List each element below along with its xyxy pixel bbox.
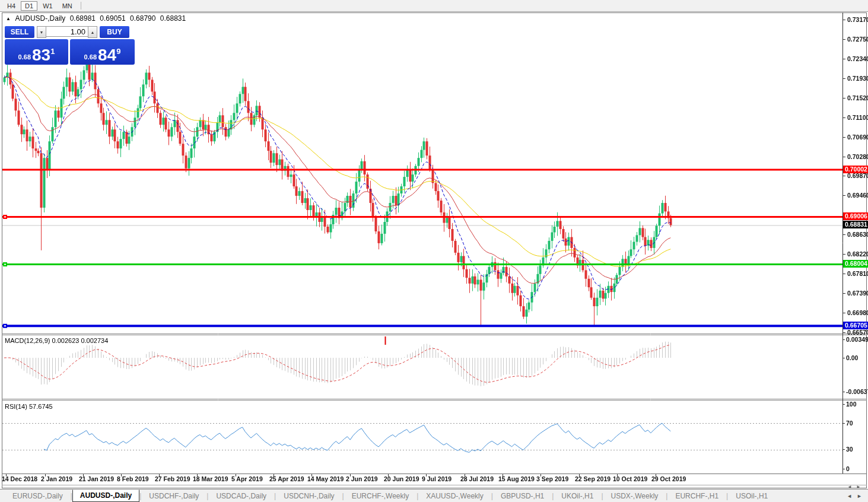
date-axis-label: 27 Feb 2019 <box>155 475 190 482</box>
price-axis-label: 0.67390 <box>847 290 868 297</box>
chart-tab-eurusd-daily[interactable]: EURUSD-,Daily <box>5 491 71 501</box>
sell-price-prefix: 0.68 <box>18 53 31 61</box>
price-axis-label: 0.71930 <box>847 75 868 82</box>
spin-down-icon: ▼ <box>40 30 44 34</box>
chart-tab-eurchf-weekly[interactable]: EURCHF-,Weekly <box>344 491 416 501</box>
rsi-axis-label: 100 <box>846 401 857 408</box>
price-axis-badge: 0.66705 <box>843 322 868 329</box>
timeframe-buttons: H4D1W1MN <box>2 1 77 11</box>
date-axis-label: 8 Feb 2019 <box>117 475 149 482</box>
tabs-scroll-left-icon[interactable]: ◄ <box>847 493 852 499</box>
chart-tab-ukoil-h1[interactable]: UKOil-,H1 <box>554 491 601 501</box>
macd-label: MACD(12,26,9) 0.002623 0.002734 <box>5 337 108 344</box>
volume-input[interactable] <box>46 26 88 37</box>
price-axis-label: 0.68220 <box>847 250 868 258</box>
rsi-axis-label: 0 <box>846 465 850 472</box>
timeframe-button-w1[interactable]: W1 <box>39 1 57 11</box>
sell-price-big: 83 <box>32 47 50 63</box>
price-axis-label: 0.70690 <box>847 134 868 141</box>
macd-signal-value: 0.002734 <box>81 337 108 344</box>
date-axis: 14 Dec 20182 Jan 201921 Jan 20198 Feb 20… <box>0 475 842 485</box>
quote-open: 0.68981 <box>70 14 96 23</box>
date-axis-label: 28 Jul 2019 <box>460 475 494 482</box>
symbol-period-label: AUDUSD-,Daily <box>15 14 66 23</box>
rsi-name: RSI(14) <box>5 403 27 410</box>
macd-main-value: 0.002623 <box>52 337 79 344</box>
timeframe-button-h4[interactable]: H4 <box>3 1 20 11</box>
buy-price-prefix: 0.68 <box>84 53 97 61</box>
date-axis-label: 14 May 2019 <box>307 475 344 482</box>
volume-decrease-button[interactable]: ▼ <box>37 26 46 38</box>
chart-tab-xauusd-weekly[interactable]: XAUUSD-,Weekly <box>418 491 491 501</box>
buy-price-panel[interactable]: 0.68 84 9 <box>70 39 135 65</box>
price-axis-label: 0.73170 <box>847 16 868 23</box>
date-axis-label: 2 Jan 2019 <box>41 475 72 482</box>
chart-tab-usdcnh-daily[interactable]: USDCNH-,Daily <box>276 491 342 501</box>
buy-price-pip: 9 <box>116 47 120 56</box>
chart-tab-audusd-daily[interactable]: AUDUSD-,Daily <box>72 490 139 502</box>
tabs-scroll-right-icon[interactable]: ► <box>857 493 862 499</box>
spin-up-icon: ▲ <box>91 30 95 34</box>
chart-tab-eurchf-h1[interactable]: EURCHF-,H1 <box>667 491 726 501</box>
price-chart-canvas[interactable] <box>0 0 868 502</box>
chart-tab-usoil-h1[interactable]: USOil-,H1 <box>728 491 775 501</box>
sell-price-panel[interactable]: 0.68 83 1 <box>5 39 68 65</box>
price-axis-badge: 0.69006 <box>843 212 868 220</box>
quote-close: 0.68831 <box>160 14 186 23</box>
date-axis-label: 18 Mar 2019 <box>193 475 228 482</box>
date-axis-label: 25 Apr 2019 <box>269 475 304 482</box>
date-axis-label: 2 Jun 2019 <box>346 475 378 482</box>
scroll-left-icon[interactable]: ◄ <box>847 485 852 488</box>
chart-tab-usdchf-daily[interactable]: USDCHF-,Daily <box>141 491 206 501</box>
date-axis-label: 20 Jun 2019 <box>384 475 419 482</box>
buy-button[interactable]: BUY <box>100 26 129 38</box>
date-axis-label: 15 Aug 2019 <box>498 475 535 482</box>
one-click-trade-panel: SELL ▼ ▲ BUY 0.68 83 1 0.68 84 9 <box>5 26 135 65</box>
date-axis-label: 9 Jul 2019 <box>422 475 452 482</box>
rsi-axis-label: 70 <box>846 420 853 427</box>
price-axis-label: 0.71520 <box>847 94 868 101</box>
rsi-label: RSI(14) 57.6745 <box>5 403 53 410</box>
quote-low: 0.68790 <box>130 14 155 23</box>
date-axis-label: 22 Sep 2019 <box>575 475 611 482</box>
quote-high: 0.69051 <box>100 14 125 23</box>
price-axis-label: 0.72750 <box>847 36 868 43</box>
chart-tab-bar: EURUSD-,Daily|AUDUSD-,Daily|USDCHF-,Dail… <box>0 489 868 502</box>
chart-title: ▲ AUDUSD-,Daily 0.68981 0.69051 0.68790 … <box>6 14 188 23</box>
volume-increase-button[interactable]: ▲ <box>88 26 97 38</box>
sell-price-pip: 1 <box>50 47 55 56</box>
date-axis-label: 3 Sep 2019 <box>536 475 568 482</box>
macd-axis-label: -0.00637 <box>846 388 868 395</box>
price-axis-label: 0.71100 <box>847 114 868 121</box>
timeframe-toolbar: H4D1W1MN <box>0 0 868 12</box>
rsi-value: 57.6745 <box>29 403 53 410</box>
toolbar-separator <box>81 2 81 9</box>
chart-tab-usdcad-daily[interactable]: USDCAD-,Daily <box>208 491 274 501</box>
price-axis-label: 0.66570 <box>847 329 868 336</box>
price-axis-label: 0.66980 <box>847 309 868 316</box>
timeframe-button-d1[interactable]: D1 <box>21 1 37 11</box>
buy-price-big: 84 <box>98 47 116 63</box>
chart-tab-gbpusd-h1[interactable]: GBPUSD-,H1 <box>493 491 552 501</box>
price-axis-label: 0.69460 <box>847 192 868 199</box>
collapse-panel-icon[interactable]: ▲ <box>6 16 11 21</box>
chart-tab-usdx-weekly[interactable]: USDX-,Weekly <box>603 491 666 501</box>
mt4-window: { "toolbar": { "timeframes": [ {"label":… <box>0 0 868 502</box>
date-axis-label: 10 Oct 2019 <box>613 475 647 482</box>
price-axis-label: 0.72340 <box>847 55 868 62</box>
chart-tabs: EURUSD-,Daily|AUDUSD-,Daily|USDCHF-,Dail… <box>5 491 775 502</box>
macd-axis-label: 0.00349 <box>846 336 868 343</box>
date-axis-label: 5 Apr 2019 <box>231 475 263 482</box>
macd-name: MACD(12,26,9) <box>5 337 50 344</box>
price-axis-badge: 0.68004 <box>843 260 868 268</box>
price-axis-badge: 0.68831 <box>843 221 868 228</box>
price-axis-label: 0.67810 <box>847 270 868 277</box>
price-axis-label: 0.68630 <box>847 231 868 238</box>
price-axis-label: 0.70280 <box>847 153 868 160</box>
date-axis-label: 29 Oct 2019 <box>651 475 686 482</box>
date-axis-label: 14 Dec 2018 <box>2 475 37 482</box>
sell-button[interactable]: SELL <box>5 26 34 38</box>
macd-axis-label: 0.00 <box>846 354 858 361</box>
timeframe-button-mn[interactable]: MN <box>58 1 77 11</box>
scroll-right-icon[interactable]: ► <box>856 485 861 488</box>
